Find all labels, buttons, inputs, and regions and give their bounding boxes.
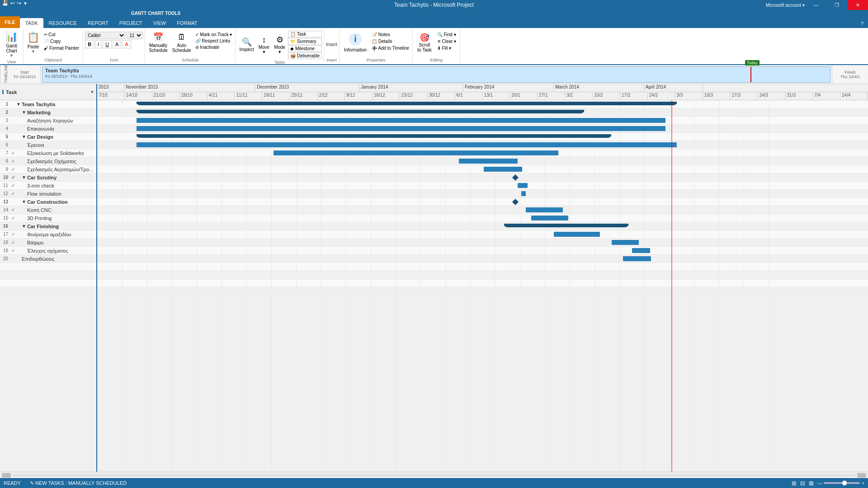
gantt-bar[interactable] (137, 134, 611, 138)
zoom-slider[interactable]: — + (817, 481, 864, 486)
task-row[interactable]: 17✓Φινίρισμα αμαξιδίου (0, 230, 96, 239)
task-row[interactable]: 19✓Έλεγχος οχήματος (0, 247, 96, 255)
gantt-bar[interactable] (612, 240, 639, 245)
gantt-bar[interactable] (518, 183, 528, 188)
copy-btn[interactable]: 📄 Copy (42, 38, 81, 44)
bg-color-btn[interactable]: A (113, 40, 121, 48)
gantt-bar[interactable] (554, 232, 600, 237)
summary-btn[interactable]: 📁 Summary (288, 38, 322, 45)
add-to-timeline-btn[interactable]: ➕ Add to Timeline (370, 45, 410, 51)
paste-btn[interactable]: 📋 Paste ▼ (25, 30, 41, 55)
close-btn[interactable]: ✕ (847, 0, 868, 10)
format-painter-btn[interactable]: 🖌 Format Painter (42, 45, 81, 51)
italic-btn[interactable]: I (95, 40, 102, 48)
gantt-bar[interactable] (137, 118, 665, 123)
task-row[interactable]: 3Αναζήτηση Χορηγών (0, 117, 96, 125)
tab-task[interactable]: TASK (20, 18, 43, 28)
collapse-icon[interactable]: ▼ (22, 110, 26, 115)
scroll-to-task-btn[interactable]: 🎯 Scrollto Task (415, 30, 434, 55)
view-normal-btn[interactable]: ⊞ (792, 480, 797, 487)
tab-file[interactable]: FILE (0, 16, 20, 28)
help-btn[interactable]: ? (856, 19, 868, 28)
task-row[interactable]: 9✓Σχεδιασμός Αεροτομών/Τροχών (0, 165, 96, 174)
find-btn[interactable]: 🔍 Find ▾ (435, 32, 458, 38)
gantt-bar[interactable] (137, 126, 665, 131)
deliverable-btn[interactable]: 📦 Deliverable (288, 52, 322, 59)
h-scrollbar[interactable] (0, 472, 868, 478)
task-row[interactable]: 7✓Εξοικείωση με Solidworks (0, 149, 96, 157)
tab-view[interactable]: VIEW (148, 18, 171, 28)
task-row[interactable]: 16▼Car Finishing (0, 222, 96, 230)
details-btn[interactable]: 📋 Details (370, 38, 410, 44)
font-name-select[interactable]: Calibri (85, 32, 126, 39)
gantt-bar[interactable] (504, 224, 628, 227)
move-btn[interactable]: ↕ Move ▼ (257, 34, 271, 55)
task-row[interactable]: 2▼Marketing (0, 108, 96, 117)
mark-on-track-btn[interactable]: ✓ Mark on Track ▾ (194, 32, 234, 38)
underline-btn[interactable]: U (103, 40, 112, 48)
gantt-bar[interactable] (137, 102, 677, 105)
task-row[interactable]: 15✓3D Printing (0, 214, 96, 222)
gantt-bar[interactable] (274, 150, 558, 155)
inactivate-btn[interactable]: ⊘ Inactivate (194, 44, 234, 50)
collapse-icon[interactable]: ▼ (16, 102, 21, 107)
notes-btn[interactable]: 📝 Notes (370, 32, 410, 38)
task-row[interactable] (0, 271, 96, 279)
gantt-bar[interactable] (484, 167, 522, 172)
task-row[interactable]: 14✓Κοπή CNC (0, 206, 96, 214)
task-row[interactable]: 12✓Flow simulation (0, 190, 96, 198)
font-color-btn[interactable]: A (122, 40, 131, 48)
task-row[interactable]: 18✓Βάψιμο (0, 239, 96, 247)
collapse-icon[interactable]: ▼ (22, 224, 26, 229)
mode-btn[interactable]: ⚙ Mode ▼ (272, 34, 287, 55)
gantt-bar[interactable] (137, 142, 677, 147)
tab-resource[interactable]: RESOURCE (43, 18, 82, 28)
tab-format[interactable]: FORMAT (171, 18, 203, 28)
task-row[interactable] (0, 279, 96, 287)
clear-btn[interactable]: ✕ Clear ▾ (435, 38, 458, 44)
task-row[interactable]: 4Επικοινωνία (0, 125, 96, 133)
cut-btn[interactable]: ✂ Cut (42, 32, 81, 38)
task-row[interactable]: 5▼Car Design (0, 133, 96, 141)
task-row[interactable]: 13▼Car Construction (0, 198, 96, 206)
gantt-bar[interactable] (531, 216, 568, 221)
inspect-btn[interactable]: 🔍 Inspect (237, 36, 255, 53)
collapse-icon[interactable]: ▼ (22, 175, 26, 180)
collapse-icon[interactable]: ▼ (22, 199, 26, 204)
task-insert-btn[interactable]: 📋 Task (288, 31, 322, 38)
minimize-btn[interactable]: — (806, 0, 826, 10)
account-area[interactable]: Microsoft account ▾ (766, 3, 805, 8)
task-row[interactable]: 20Επιδιορθώσεις (0, 255, 96, 263)
milestone-btn[interactable]: ◆ Milestone (288, 45, 322, 52)
task-row[interactable]: 1▼Team Tachytis (0, 100, 96, 108)
respect-links-btn[interactable]: 🔗 Respect Links (194, 38, 234, 44)
view-resource-btn[interactable]: ⊠ (809, 480, 814, 487)
task-row[interactable]: 10✓▼Car Scrutiny (0, 174, 96, 182)
tab-project[interactable]: PROJECT (114, 18, 148, 28)
save-qat-btn[interactable]: 💾 (2, 0, 9, 6)
collapse-icon[interactable]: ▼ (22, 134, 26, 139)
tab-report[interactable]: REPORT (82, 18, 114, 28)
qat-dropdown-btn[interactable]: ▼ (23, 1, 28, 6)
task-row[interactable] (0, 287, 96, 296)
task-row[interactable] (0, 263, 96, 271)
gantt-bar[interactable] (459, 159, 518, 164)
task-row[interactable]: 6Έρευνα (0, 141, 96, 149)
auto-schedule-btn[interactable]: 🗓 AutoSchedule (170, 30, 193, 55)
maximize-btn[interactable]: ❐ (826, 0, 847, 10)
redo-qat-btn[interactable]: ↪ (17, 0, 21, 6)
font-size-select[interactable]: 11 (127, 32, 143, 39)
gantt-bar[interactable] (632, 248, 650, 253)
task-row[interactable]: 8✓Σχεδιασμός Οχήματος (0, 157, 96, 165)
view-gantt-btn[interactable]: ⊟ (800, 480, 805, 487)
gantt-chart-btn[interactable]: 📊 GanttChart ▼ (3, 30, 20, 59)
information-btn[interactable]: i Information (341, 30, 369, 55)
gantt-bar[interactable] (623, 256, 651, 261)
undo-qat-btn[interactable]: ↩ (10, 0, 15, 6)
gantt-bar[interactable] (137, 110, 584, 113)
gantt-bar[interactable] (521, 191, 526, 196)
fill-btn[interactable]: ⬇ Fill ▾ (435, 45, 458, 51)
task-row[interactable]: 11✓3-mm check (0, 182, 96, 190)
manually-schedule-btn[interactable]: 📅 ManuallySchedule (147, 30, 170, 55)
gantt-bar[interactable] (526, 207, 563, 212)
